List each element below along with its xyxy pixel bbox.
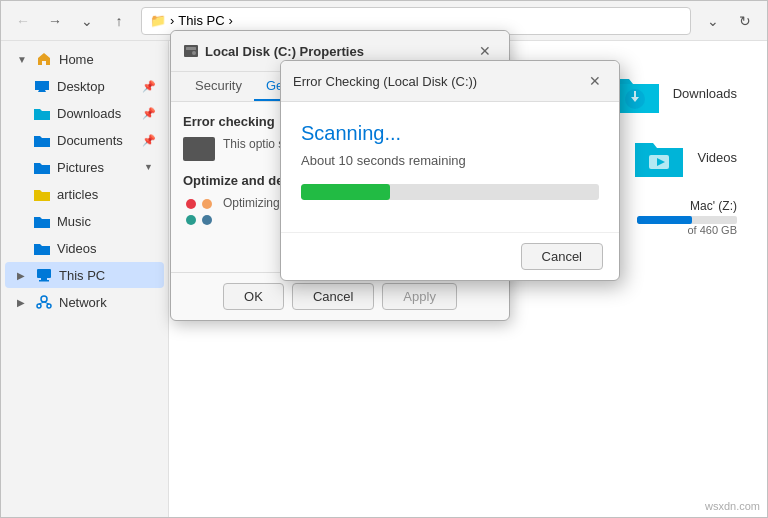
videos-label: Videos bbox=[57, 241, 97, 256]
back-button[interactable]: ← bbox=[9, 7, 37, 35]
music-folder-icon bbox=[33, 212, 51, 230]
properties-dialog-title: Local Disk (C:) Properties bbox=[183, 43, 364, 59]
properties-ok-button[interactable]: OK bbox=[223, 283, 284, 310]
pin-icon-downloads: 📌 bbox=[142, 107, 156, 120]
svg-point-5 bbox=[47, 304, 51, 308]
disk-small-icon bbox=[183, 137, 215, 161]
properties-cancel-button[interactable]: Cancel bbox=[292, 283, 374, 310]
svg-line-7 bbox=[44, 302, 49, 304]
articles-label: articles bbox=[57, 187, 98, 202]
error-dialog-body: Scanning... About 10 seconds remaining bbox=[281, 102, 619, 232]
up-button[interactable]: ↑ bbox=[105, 7, 133, 35]
svg-rect-2 bbox=[39, 280, 49, 282]
scanning-title: Scanning... bbox=[301, 122, 599, 145]
sidebar-item-articles[interactable]: articles bbox=[5, 181, 164, 207]
network-label: Network bbox=[59, 295, 107, 310]
tab-security[interactable]: Security bbox=[183, 72, 254, 101]
mac-drive-bar bbox=[637, 216, 737, 224]
videos-folder-icon bbox=[33, 239, 51, 257]
sidebar: ▼ Home Desktop 📌 bbox=[1, 41, 169, 517]
error-cancel-button[interactable]: Cancel bbox=[521, 243, 603, 270]
downloads-label: Downloads bbox=[57, 106, 121, 121]
pictures-label: Pictures bbox=[57, 160, 104, 175]
scanning-subtitle: About 10 seconds remaining bbox=[301, 153, 599, 168]
documents-folder-icon bbox=[33, 131, 51, 149]
sidebar-item-network[interactable]: ▶ Network bbox=[5, 289, 164, 315]
downloads-folder-label: Downloads bbox=[673, 86, 737, 101]
search-button[interactable]: ⌄ bbox=[699, 7, 727, 35]
svg-rect-12 bbox=[186, 47, 196, 50]
forward-button[interactable]: → bbox=[41, 7, 69, 35]
sidebar-item-videos[interactable]: Videos bbox=[5, 235, 164, 261]
error-dialog-titlebar: Error Checking (Local Disk (C:)) ✕ bbox=[281, 61, 619, 102]
nav-buttons: ← → ⌄ ↑ bbox=[9, 7, 133, 35]
progress-bar-fill bbox=[301, 184, 390, 200]
expand-arrow-network: ▶ bbox=[17, 297, 29, 308]
svg-point-15 bbox=[186, 215, 196, 225]
optimize-icon-svg bbox=[183, 196, 215, 228]
desktop-label: Desktop bbox=[57, 79, 105, 94]
disk-icon-title bbox=[183, 43, 199, 59]
pictures-folder-icon bbox=[33, 158, 51, 176]
address-text: › bbox=[170, 13, 174, 28]
this-pc-label: This PC bbox=[59, 268, 105, 283]
home-icon bbox=[35, 50, 53, 68]
music-label: Music bbox=[57, 214, 91, 229]
title-bar-right: ⌄ ↻ bbox=[699, 7, 759, 35]
sidebar-item-home[interactable]: ▼ Home bbox=[5, 46, 164, 72]
svg-point-3 bbox=[41, 296, 47, 302]
properties-apply-button[interactable]: Apply bbox=[382, 283, 457, 310]
videos-folder-label: Videos bbox=[697, 150, 737, 165]
dropdown-button[interactable]: ⌄ bbox=[73, 7, 101, 35]
address-separator: › bbox=[229, 13, 233, 28]
folder-icon: 📁 bbox=[150, 13, 166, 28]
address-path: This PC bbox=[178, 13, 224, 28]
articles-folder-icon bbox=[33, 185, 51, 203]
mac-drive-fill bbox=[637, 216, 692, 224]
svg-rect-0 bbox=[37, 269, 51, 278]
expand-arrow-pictures: ▼ bbox=[144, 162, 156, 172]
refresh-button[interactable]: ↻ bbox=[731, 7, 759, 35]
this-pc-icon bbox=[35, 266, 53, 284]
svg-line-6 bbox=[39, 302, 44, 304]
sidebar-item-pictures[interactable]: Pictures ▼ bbox=[5, 154, 164, 180]
documents-label: Documents bbox=[57, 133, 123, 148]
properties-title-text: Local Disk (C:) Properties bbox=[205, 44, 364, 59]
expand-arrow-this-pc: ▶ bbox=[17, 270, 29, 281]
downloads-folder-icon bbox=[33, 104, 51, 122]
svg-rect-1 bbox=[41, 278, 47, 280]
sidebar-item-this-pc[interactable]: ▶ This PC bbox=[5, 262, 164, 288]
svg-point-14 bbox=[186, 199, 196, 209]
progress-bar-container bbox=[301, 184, 599, 200]
home-label: Home bbox=[59, 52, 94, 67]
expand-arrow-home: ▼ bbox=[17, 54, 29, 65]
sidebar-item-desktop[interactable]: Desktop 📌 bbox=[5, 73, 164, 99]
videos-folder-svg bbox=[633, 135, 685, 179]
svg-point-4 bbox=[37, 304, 41, 308]
error-dialog-footer: Cancel bbox=[281, 232, 619, 280]
network-icon bbox=[35, 293, 53, 311]
error-dialog-close-button[interactable]: ✕ bbox=[583, 69, 607, 93]
error-checking-dialog[interactable]: Error Checking (Local Disk (C:)) ✕ Scann… bbox=[280, 60, 620, 281]
sidebar-item-downloads[interactable]: Downloads 📌 bbox=[5, 100, 164, 126]
pin-icon-desktop: 📌 bbox=[142, 80, 156, 93]
svg-point-16 bbox=[202, 199, 212, 209]
sidebar-item-documents[interactable]: Documents 📌 bbox=[5, 127, 164, 153]
pin-icon-documents: 📌 bbox=[142, 134, 156, 147]
svg-point-17 bbox=[202, 215, 212, 225]
desktop-folder-icon bbox=[33, 77, 51, 95]
sidebar-item-music[interactable]: Music bbox=[5, 208, 164, 234]
error-dialog-title: Error Checking (Local Disk (C:)) bbox=[293, 74, 477, 89]
watermark: wsxdn.com bbox=[705, 500, 760, 512]
svg-point-13 bbox=[192, 51, 196, 55]
